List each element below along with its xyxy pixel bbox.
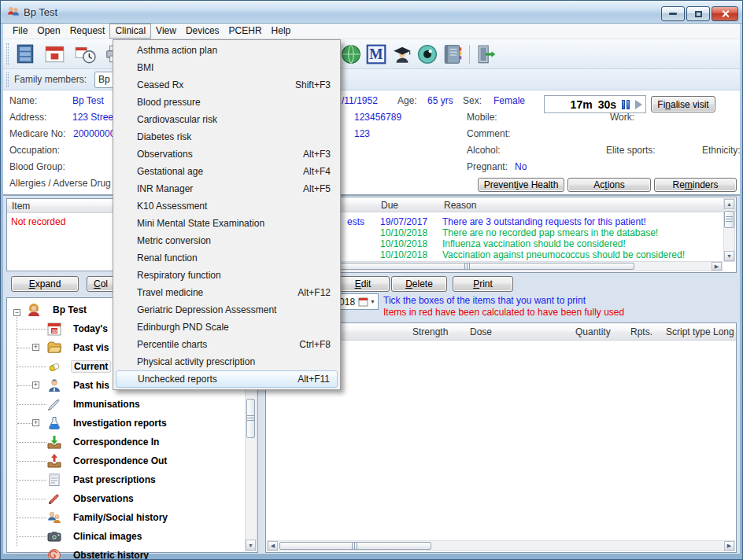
quantity-column-header[interactable]: Quantity (575, 326, 611, 337)
collapse-expander-icon[interactable]: − (13, 309, 20, 316)
tree-item-current-rx[interactable]: Current (7, 358, 111, 375)
finalise-visit-button[interactable]: Finalise visit (651, 96, 715, 112)
strength-column-header[interactable]: Strength (412, 326, 448, 337)
observations-eye-button[interactable] (416, 43, 438, 65)
scroll-down-icon[interactable]: ▼ (246, 540, 256, 551)
play-icon[interactable] (635, 100, 642, 109)
menu-item-unchecked-reports[interactable]: Unchecked reportsAlt+F11 (116, 370, 338, 388)
menu-item-observations[interactable]: ObservationsAlt+F3 (113, 146, 340, 163)
menu-item-gestational-age[interactable]: Gestational ageAlt+F4 (113, 163, 340, 180)
expand-button[interactable]: Expand (11, 276, 79, 292)
title-bar: Bp Test (0, 0, 743, 24)
menu-item-inr-manager[interactable]: INR ManagerAlt+F5 (113, 180, 340, 197)
edit-button[interactable]: Edit (336, 276, 390, 292)
tree-item-obstetric-history[interactable]: Obstetric history (7, 547, 149, 560)
menu-item-geriatric-depression[interactable]: Geriatric Depression Assessment (113, 301, 340, 319)
script-type-column-header[interactable]: Script type (666, 326, 711, 337)
menu-item-respiratory-function[interactable]: Respiratory function (113, 267, 340, 284)
scroll-right-icon[interactable]: ▶ (724, 541, 734, 551)
menu-file[interactable]: File (8, 24, 32, 39)
menu-item-ceased-rx[interactable]: Ceased RxShift+F3 (113, 76, 340, 94)
menu-item-travel-medicine[interactable]: Travel medicineAlt+F12 (113, 284, 340, 301)
appointment-book-button[interactable] (44, 43, 66, 65)
menu-view[interactable]: View (151, 24, 181, 39)
timer-seconds: 30s (598, 98, 616, 111)
tree-item-todays-notes[interactable]: 10 Today's (7, 320, 108, 337)
reason-column-header[interactable]: Reason (444, 200, 476, 211)
internet-globe-button[interactable] (340, 43, 362, 65)
patient-list-button[interactable] (14, 43, 36, 65)
svg-text:10: 10 (52, 329, 57, 333)
tree-item-observations[interactable]: Observations (7, 490, 134, 507)
app-window: { "win": {"title": "Bp Test"}, "menu": {… (0, 0, 743, 560)
tree-item-past-history[interactable]: + Past his (7, 377, 109, 394)
reminders-button[interactable]: Reminders (654, 178, 737, 192)
exit-button[interactable] (475, 43, 497, 65)
maximize-button[interactable] (686, 6, 710, 21)
scroll-down-icon[interactable]: ▼ (724, 251, 734, 261)
tree-item-correspondence-in[interactable]: Correspondence In (7, 433, 159, 451)
mims-reference-button[interactable]: M (365, 43, 387, 65)
menu-request[interactable]: Request (65, 24, 110, 39)
elite-sports-label: Elite sports: (606, 145, 656, 156)
menu-item-renal-function[interactable]: Renal function (113, 249, 340, 267)
patient-list-icon (14, 43, 36, 65)
tree-vscroll-thumb[interactable] (246, 399, 255, 438)
alcohol-label: Alcohol: (467, 145, 501, 156)
tree-item-family-social-history[interactable]: Family/Social history (7, 509, 168, 526)
rx-hscrollbar[interactable]: ◀ ▶ (267, 540, 735, 551)
menu-item-asthma-action-plan[interactable]: Asthma action plan (113, 42, 340, 59)
tree-item-patient-root[interactable]: − Bp Test (7, 301, 87, 319)
due-column-header[interactable]: Due (381, 200, 398, 211)
long-term-column-header[interactable]: Long (713, 326, 734, 337)
patient-education-button[interactable] (391, 43, 413, 65)
rpts-column-header[interactable]: Rpts. (630, 326, 652, 337)
reminders-hscroll-thumb[interactable] (301, 263, 634, 270)
tree-item-investigation-reports[interactable]: + Investigation reports (7, 414, 167, 432)
tree-item-correspondence-out[interactable]: Correspondence Out (7, 452, 167, 470)
menu-item-percentile-charts[interactable]: Percentile chartsCtrl+F8 (113, 336, 340, 353)
menu-clinical[interactable]: Clinical (109, 24, 151, 39)
appointment-search-button[interactable] (74, 43, 96, 65)
menu-item-cardiovascular-risk[interactable]: Cardiovascular risk (113, 111, 340, 128)
menu-help[interactable]: Help (267, 24, 296, 39)
contacts-book-button[interactable] (442, 43, 464, 65)
menu-item-physical-activity[interactable]: Physical activity prescription (113, 353, 340, 370)
menu-item-edinburgh-pnd-scale[interactable]: Edinburgh PND Scale (113, 319, 340, 336)
menu-item-metric-conversion[interactable]: Metric conversion (113, 232, 340, 249)
close-button[interactable] (712, 6, 738, 21)
tree-item-clinical-images[interactable]: Clinical images (7, 528, 142, 545)
tree-item-past-prescriptions[interactable]: Past prescriptions (7, 471, 156, 488)
expand-expander-icon[interactable]: + (32, 344, 39, 351)
expand-expander-icon[interactable]: + (32, 419, 39, 426)
tree-item-past-visits[interactable]: + Past vis (7, 339, 109, 356)
dropdown-arrow-icon: ▼ (370, 299, 375, 304)
delete-button[interactable]: Delete (391, 276, 447, 292)
menu-item-diabetes-risk[interactable]: Diabetes risk (113, 128, 340, 146)
menu-pcehr[interactable]: PCEHR (224, 24, 267, 39)
dose-column-header[interactable]: Dose (470, 326, 492, 337)
family-social-people-icon (46, 510, 62, 525)
menu-item-blood-pressure[interactable]: Blood pressure (113, 94, 340, 111)
expand-expander-icon[interactable]: + (32, 381, 39, 389)
scroll-up-icon[interactable]: ▲ (724, 199, 734, 209)
menu-item-bmi[interactable]: BMI (113, 59, 340, 76)
reminders-vscroll-thumb[interactable] (724, 211, 734, 228)
menu-open[interactable]: Open (32, 24, 65, 39)
preventive-health-button[interactable]: Preventive Health (478, 178, 564, 192)
pause-button[interactable] (622, 100, 631, 109)
scroll-right-icon[interactable]: ▶ (712, 262, 722, 271)
menu-devices[interactable]: Devices (181, 24, 224, 39)
obstetric-fetus-icon (46, 547, 62, 560)
tree-item-immunisations[interactable]: Immunisations (7, 396, 140, 413)
menu-item-k10-assessment[interactable]: K10 Assessment (113, 197, 340, 215)
rx-hscroll-thumb[interactable] (279, 542, 431, 550)
print-button-reminders[interactable]: Print (453, 276, 513, 292)
contacts-book-icon (442, 43, 464, 65)
scroll-left-icon[interactable]: ◀ (268, 541, 278, 551)
familybar-grip (6, 72, 9, 87)
reminders-vscrollbar[interactable]: ▲ ▼ (723, 198, 735, 262)
minimize-button[interactable] (661, 6, 685, 21)
actions-button[interactable]: Actions (567, 178, 651, 192)
menu-item-mini-mental-state[interactable]: Mini Mental State Examination (113, 215, 340, 232)
